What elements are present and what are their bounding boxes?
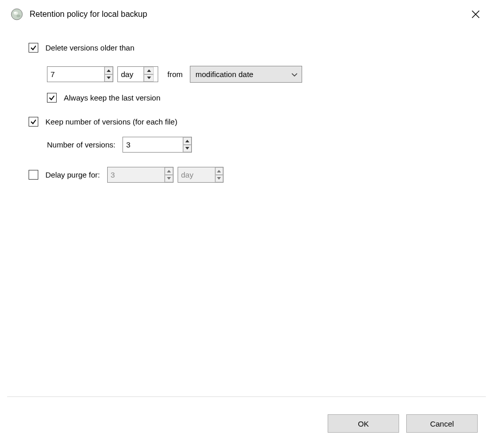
triangle-down-icon: [167, 177, 171, 180]
cancel-button[interactable]: Cancel: [406, 414, 478, 433]
check-icon: [30, 44, 37, 51]
triangle-down-icon: [147, 77, 151, 79]
num-versions-input[interactable]: [123, 137, 183, 152]
svg-point-3: [14, 12, 16, 13]
delete-older-checkbox[interactable]: [29, 43, 38, 53]
svg-marker-11: [185, 147, 189, 150]
delay-purge-unit-spinner[interactable]: [178, 167, 224, 183]
spin-up-button[interactable]: [183, 137, 191, 145]
delete-older-controls: from modification date: [47, 66, 464, 83]
spin-down-button[interactable]: [105, 74, 113, 82]
num-versions-row: Number of versions:: [47, 137, 464, 153]
delay-purge-checkbox[interactable]: [29, 170, 38, 180]
keep-versions-checkbox[interactable]: [29, 117, 38, 127]
triangle-up-icon: [107, 69, 111, 72]
spinner-buttons: [183, 137, 191, 152]
delay-purge-value-input[interactable]: [108, 167, 164, 182]
footer: OK Cancel: [328, 414, 478, 433]
svg-marker-12: [167, 170, 171, 172]
triangle-down-icon: [107, 77, 111, 79]
spinner-buttons: [104, 67, 113, 82]
svg-marker-8: [147, 69, 151, 72]
keep-last-checkbox[interactable]: [47, 93, 57, 103]
spin-down-button[interactable]: [165, 175, 173, 183]
delete-older-row: Delete versions older than: [29, 43, 464, 53]
from-label: from: [167, 70, 183, 79]
delete-older-value-input[interactable]: [47, 67, 104, 82]
delay-purge-row: Delay purge for:: [29, 167, 464, 183]
svg-point-2: [16, 15, 20, 17]
keep-last-row: Always keep the last version: [47, 93, 464, 103]
spin-up-button[interactable]: [105, 67, 113, 74]
spin-up-button[interactable]: [165, 167, 173, 175]
triangle-down-icon: [217, 177, 221, 180]
titlebar: Retention policy for local backup: [0, 0, 493, 28]
svg-marker-7: [107, 77, 111, 79]
keep-last-label: Always keep the last version: [64, 93, 160, 102]
dialog-title: Retention policy for local backup: [30, 10, 147, 19]
delete-older-unit-spinner[interactable]: [117, 66, 158, 82]
spin-down-button[interactable]: [144, 74, 154, 82]
delete-older-value-spinner[interactable]: [47, 66, 113, 82]
spin-down-button[interactable]: [183, 145, 191, 153]
triangle-up-icon: [185, 140, 189, 142]
check-icon: [30, 118, 37, 125]
check-icon: [48, 94, 55, 101]
close-icon: [472, 10, 480, 18]
svg-marker-15: [217, 177, 221, 180]
svg-marker-6: [107, 69, 111, 72]
svg-marker-9: [147, 77, 151, 79]
ok-button[interactable]: OK: [328, 414, 399, 433]
delete-older-label: Delete versions older than: [45, 43, 134, 52]
titlebar-left: Retention policy for local backup: [10, 8, 147, 21]
delay-purge-value-spinner[interactable]: [107, 167, 174, 183]
triangle-up-icon: [167, 170, 171, 172]
close-button[interactable]: [467, 6, 484, 22]
num-versions-spinner[interactable]: [122, 137, 192, 153]
svg-marker-10: [185, 140, 189, 142]
separator: [7, 396, 486, 397]
spin-up-button[interactable]: [215, 167, 223, 175]
spin-up-button[interactable]: [144, 67, 154, 74]
svg-marker-14: [217, 170, 221, 172]
triangle-up-icon: [217, 170, 221, 172]
triangle-down-icon: [185, 147, 189, 150]
keep-versions-label: Keep number of versions (for each file): [45, 117, 177, 126]
delay-purge-unit-input[interactable]: [178, 167, 215, 182]
num-versions-label: Number of versions:: [47, 140, 115, 149]
spin-down-button[interactable]: [215, 175, 223, 183]
triangle-up-icon: [147, 69, 151, 72]
delete-older-unit-input[interactable]: [118, 67, 143, 82]
from-dropdown-value: modification date: [195, 70, 253, 79]
spinner-buttons: [215, 167, 223, 182]
app-icon: [10, 8, 23, 21]
delay-purge-label: Delay purge for:: [45, 170, 100, 179]
keep-versions-row: Keep number of versions (for each file): [29, 117, 464, 127]
svg-marker-13: [167, 177, 171, 180]
dialog-content: Delete versions older than from modifica…: [0, 28, 493, 183]
spinner-buttons: [164, 167, 173, 182]
from-dropdown[interactable]: modification date: [190, 66, 302, 83]
chevron-down-icon: [291, 70, 298, 79]
spinner-buttons: [143, 67, 154, 82]
